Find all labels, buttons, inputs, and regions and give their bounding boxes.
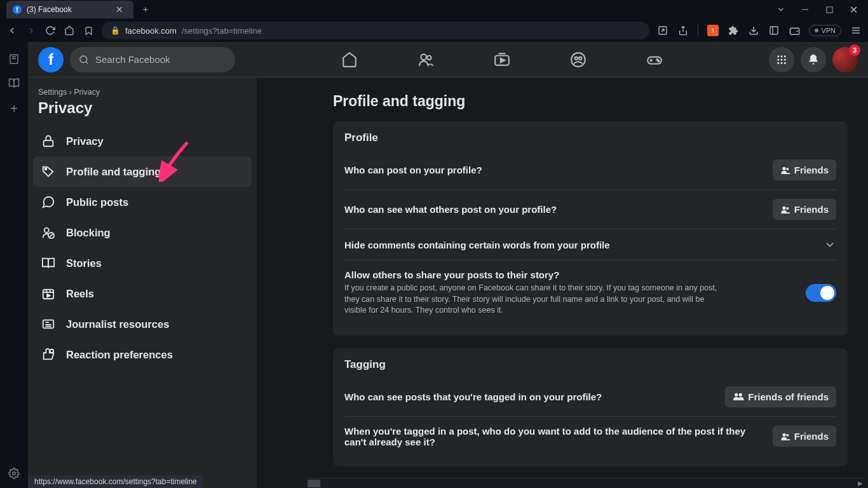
fb-search-input[interactable]: Search Facebook: [70, 47, 235, 72]
sidebar-toggle-icon[interactable]: [768, 25, 780, 36]
rail-settings-icon[interactable]: [8, 468, 20, 479]
nav-gaming-icon[interactable]: [646, 51, 663, 68]
nav-bookmark-icon[interactable]: [83, 25, 94, 36]
nav-home-icon[interactable]: [64, 25, 75, 36]
sidebar-item-privacy[interactable]: Privacy: [33, 126, 252, 156]
lock-icon: 🔒: [111, 26, 120, 35]
sidebar-item-journalist[interactable]: Journalist resources: [33, 309, 252, 339]
rail-reading-icon[interactable]: [8, 78, 20, 89]
svg-point-57: [50, 349, 54, 353]
sidebar-item-label: Journalist resources: [66, 318, 169, 330]
url-input[interactable]: 🔒 facebook.com/settings?tab=timeline: [102, 22, 649, 39]
sidebar-item-label: Reels: [66, 288, 94, 300]
row-post-on-profile[interactable]: Who can post on your profile? Friends: [344, 151, 836, 189]
svg-point-41: [45, 168, 47, 170]
rail-bookmarks-icon[interactable]: [8, 53, 20, 65]
svg-point-31: [777, 55, 779, 57]
window-maximize-icon[interactable]: [818, 1, 840, 18]
svg-point-16: [80, 56, 87, 63]
open-external-icon[interactable]: [657, 25, 668, 36]
status-bar: https://www.facebook.com/settings?tab=ti…: [28, 475, 203, 488]
nav-back-icon[interactable]: [6, 25, 18, 36]
notifications-button[interactable]: [801, 47, 826, 72]
row-hide-comments[interactable]: Hide comments containing certain words f…: [344, 229, 836, 260]
svg-point-60: [782, 206, 785, 209]
nav-groups-icon[interactable]: [570, 51, 587, 68]
svg-rect-40: [44, 140, 53, 146]
window-minimize-icon[interactable]: [794, 1, 816, 18]
svg-point-38: [781, 62, 783, 64]
svg-point-64: [782, 433, 785, 436]
divider: [698, 24, 698, 37]
row-add-audience[interactable]: When you're tagged in a post, who do you…: [344, 416, 836, 456]
browser-toolbar: 🔒 facebook.com/settings?tab=timeline 1 V…: [0, 19, 868, 42]
svg-marker-52: [47, 294, 50, 297]
nav-forward-icon: [25, 25, 37, 36]
settings-main: Profile and tagging Profile Who can post…: [257, 78, 868, 488]
breadcrumb[interactable]: Settings › Privacy: [33, 88, 252, 97]
downloads-icon[interactable]: [748, 25, 759, 36]
profile-section: Profile Who can post on your profile? Fr…: [333, 121, 848, 336]
lock-icon: [39, 132, 57, 150]
menu-grid-button[interactable]: [769, 47, 794, 72]
page-title: Profile and tagging: [333, 93, 848, 110]
friends-button[interactable]: Friends: [773, 159, 836, 180]
row-see-tagged[interactable]: Who can see posts that you're tagged in …: [344, 377, 836, 416]
svg-line-47: [50, 234, 53, 238]
extensions-icon[interactable]: [728, 25, 739, 36]
section-heading: Tagging: [344, 358, 836, 371]
toggle-share-story[interactable]: [806, 284, 836, 302]
vpn-button[interactable]: VPN: [809, 25, 841, 36]
sidebar-item-profile-tagging[interactable]: Profile and tagging: [33, 156, 252, 187]
sidebar-item-label: Blocking: [66, 227, 111, 239]
tab-close-icon[interactable]: ✕: [112, 3, 127, 16]
fb-logo[interactable]: f: [38, 47, 64, 72]
rail-add-icon[interactable]: +: [10, 102, 18, 116]
nav-home-icon[interactable]: [341, 51, 358, 68]
nav-reload-icon[interactable]: [44, 25, 56, 36]
like-icon: [39, 346, 57, 363]
friends-icon: [780, 205, 790, 215]
sidebar-item-label: Reaction preferences: [66, 349, 173, 361]
svg-point-65: [786, 434, 789, 437]
sidebar-item-stories[interactable]: Stories: [33, 248, 252, 278]
window-dropdown-icon[interactable]: [770, 1, 792, 18]
svg-point-35: [781, 58, 783, 60]
section-heading: Profile: [344, 132, 836, 144]
nav-friends-icon[interactable]: [417, 51, 434, 68]
window-close-icon[interactable]: ✕: [843, 1, 864, 18]
friends-button[interactable]: Friends: [773, 426, 836, 447]
svg-marker-21: [501, 58, 505, 62]
sidebar-item-blocking[interactable]: Blocking: [33, 217, 252, 248]
row-see-others-post[interactable]: Who can see what others post on your pro…: [344, 189, 836, 229]
new-tab-button[interactable]: ＋: [137, 3, 154, 17]
wallet-icon[interactable]: [789, 25, 800, 36]
brave-shield-icon[interactable]: 1: [707, 25, 719, 36]
sidebar-item-reactions[interactable]: Reaction preferences: [33, 339, 252, 370]
svg-point-19: [427, 55, 431, 60]
block-icon: [39, 224, 57, 241]
svg-point-32: [781, 55, 783, 57]
profile-avatar[interactable]: 3: [832, 47, 858, 72]
sidebar-item-reels[interactable]: Reels: [33, 278, 252, 309]
svg-point-33: [784, 55, 786, 57]
url-host: facebook.com: [125, 26, 177, 36]
browser-side-rail: +: [0, 42, 28, 488]
sidebar-item-public-posts[interactable]: Public posts: [33, 187, 252, 217]
chat-icon: [39, 193, 57, 211]
menu-icon[interactable]: [850, 25, 862, 36]
share-icon[interactable]: [677, 25, 689, 36]
reels-icon: [39, 285, 57, 302]
nav-watch-icon[interactable]: [494, 51, 510, 68]
window-controls: ✕: [770, 1, 868, 18]
horizontal-scrollbar[interactable]: ▶: [308, 478, 864, 488]
friends-of-friends-button[interactable]: Friends of friends: [725, 386, 836, 407]
svg-point-18: [421, 54, 426, 60]
browser-tab[interactable]: f (3) Facebook ✕: [6, 1, 133, 18]
svg-line-17: [86, 62, 88, 64]
friends-button[interactable]: Friends: [773, 199, 836, 220]
tagging-section: Tagging Who can see posts that you're ta…: [333, 348, 848, 466]
svg-point-62: [735, 393, 738, 396]
svg-point-39: [784, 62, 786, 64]
svg-point-30: [658, 60, 659, 62]
